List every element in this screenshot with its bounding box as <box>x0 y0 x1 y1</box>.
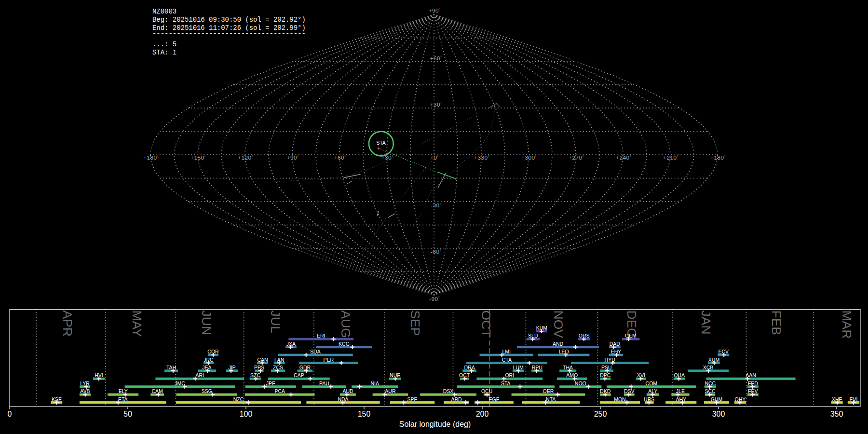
svg-text:EVI: EVI <box>850 396 858 402</box>
svg-text:AHY: AHY <box>676 396 686 402</box>
svg-text:OER: OER <box>543 388 554 394</box>
svg-text:150: 150 <box>358 410 371 418</box>
svg-text:KSE: KSE <box>52 396 62 402</box>
svg-text:FAN: FAN <box>274 357 284 363</box>
svg-text:FEB: FEB <box>769 311 784 336</box>
svg-text:+180°: +180° <box>710 154 726 161</box>
svg-text:+60°: +60° <box>334 154 346 161</box>
svg-text:AUG: AUG <box>339 311 353 338</box>
svg-text:ELY: ELY <box>119 388 128 394</box>
svg-text:SDA: SDA <box>310 349 321 354</box>
svg-text:JXA: JXA <box>286 341 296 347</box>
svg-text:+90°: +90° <box>429 7 441 14</box>
svg-text:CAN: CAN <box>257 357 268 363</box>
svg-text:NCC: NCC <box>705 380 716 386</box>
svg-text:DKD: DKD <box>600 388 611 394</box>
svg-text:URS: URS <box>644 396 654 402</box>
svg-text:GUM: GUM <box>711 396 723 402</box>
svg-text:AMO: AMO <box>566 372 578 378</box>
svg-text:FED: FED <box>748 380 758 386</box>
svg-text:KUM: KUM <box>536 325 547 331</box>
svg-text:OCT: OCT <box>459 372 470 378</box>
svg-text:DPC: DPC <box>600 372 611 378</box>
svg-text:300: 300 <box>712 410 725 418</box>
svg-text:+240°: +240° <box>616 154 631 161</box>
svg-text:+150°: +150° <box>190 154 206 161</box>
svg-text:XCB: XCB <box>703 365 714 370</box>
svg-text:+330°: +330° <box>474 154 489 161</box>
svg-text:DAD: DAD <box>610 341 621 347</box>
svg-text:SSG: SSG <box>202 388 212 394</box>
svg-text:NZC: NZC <box>233 396 244 402</box>
svg-text:+60°: +60° <box>430 55 442 62</box>
svg-text:JUN: JUN <box>199 311 214 336</box>
svg-text:-90°: -90° <box>429 296 440 302</box>
svg-text:+90°: +90° <box>287 154 299 161</box>
svg-text:JPE: JPE <box>266 380 275 386</box>
svg-text:JMC: JMC <box>175 380 185 386</box>
svg-text:PPS: PPS <box>254 365 264 370</box>
svg-text:EGE: EGE <box>489 396 500 402</box>
svg-text:JAN: JAN <box>699 311 713 335</box>
svg-text:PAU: PAU <box>319 380 329 386</box>
svg-text:SCC: SCC <box>705 388 716 394</box>
svg-text:STA: STA <box>376 140 386 146</box>
svg-text:ECV: ECV <box>718 349 729 354</box>
svg-text:...: 5: ...: 5 <box>152 41 176 48</box>
svg-text:APR: APR <box>60 311 75 337</box>
svg-text:HYD: HYD <box>605 357 616 363</box>
svg-text:OHY: OHY <box>735 396 746 402</box>
svg-text:SZC: SZC <box>250 372 260 378</box>
svg-text:GEM: GEM <box>625 333 637 339</box>
svg-text:MAY: MAY <box>130 311 144 338</box>
svg-text:MON: MON <box>614 396 626 402</box>
svg-text:NIA: NIA <box>371 380 380 386</box>
svg-text:AND: AND <box>553 341 564 347</box>
svg-text:STA: STA <box>501 380 511 386</box>
svg-text:JUL: JUL <box>268 311 283 333</box>
svg-text:200: 200 <box>476 410 489 418</box>
svg-text:100: 100 <box>240 410 253 418</box>
svg-text:NTA: NTA <box>546 396 556 402</box>
svg-text:+300°: +300° <box>521 154 537 161</box>
svg-text:ARI: ARI <box>195 372 204 378</box>
svg-text:ERI: ERI <box>317 333 326 339</box>
svg-text:-60°: -60° <box>431 248 441 255</box>
svg-text:+210°: +210° <box>663 154 678 161</box>
svg-text:LUM: LUM <box>513 365 524 370</box>
svg-text:QUA: QUA <box>674 372 685 378</box>
svg-text:PSU: PSU <box>601 365 612 370</box>
svg-text:250: 250 <box>594 410 607 418</box>
svg-text:COR: COR <box>207 349 219 354</box>
svg-text:XHE: XHE <box>832 396 842 402</box>
svg-text:LYR: LYR <box>80 380 90 386</box>
svg-text:CAP: CAP <box>294 372 304 378</box>
svg-text:+30°: +30° <box>430 101 442 108</box>
svg-text:TAH: TAH <box>166 365 176 370</box>
svg-text:AAN: AAN <box>746 372 756 378</box>
svg-text:JIP: JIP <box>228 365 235 370</box>
svg-text:JEA: JEA <box>202 365 211 370</box>
svg-text:+120°: +120° <box>238 154 253 161</box>
svg-text:LEO: LEO <box>559 349 569 354</box>
svg-text:NDA: NDA <box>338 396 348 402</box>
svg-text:RPU: RPU <box>532 365 542 370</box>
svg-text:HVI: HVI <box>95 372 103 378</box>
svg-text:KCG: KCG <box>339 341 350 347</box>
svg-text:CAM: CAM <box>152 388 163 394</box>
svg-text:CTA: CTA <box>502 357 512 363</box>
svg-text:GDR: GDR <box>299 365 311 370</box>
svg-text:PCA: PCA <box>274 388 285 394</box>
svg-text:NOV: NOV <box>551 311 566 339</box>
svg-text:XUM: XUM <box>708 357 719 363</box>
svg-text:MAR: MAR <box>840 311 854 339</box>
svg-text:ETA: ETA <box>118 396 128 402</box>
svg-text:SLD: SLD <box>528 333 538 339</box>
svg-text:AUD: AUD <box>342 388 353 394</box>
svg-text:DSX: DSX <box>443 388 454 394</box>
svg-text:350: 350 <box>830 410 843 418</box>
svg-text:COM: COM <box>646 380 658 386</box>
svg-text:NUE: NUE <box>390 372 400 378</box>
svg-text:SPE: SPE <box>407 396 418 402</box>
svg-text:Solar longitude (deg): Solar longitude (deg) <box>399 420 471 428</box>
